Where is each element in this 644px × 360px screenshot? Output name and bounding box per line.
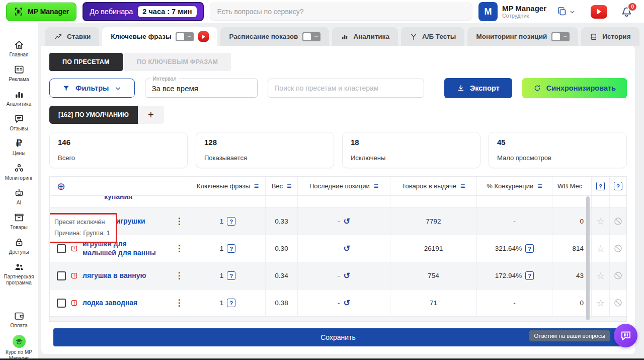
keyword-phrase-link[interactable]: лодка заводная bbox=[83, 299, 137, 308]
sidebar-item-label: Курс по MP Manager bbox=[3, 349, 36, 360]
subtab-by-keywords[interactable]: ПО КЛЮЧЕВЫМ ФРАЗАМ bbox=[124, 53, 231, 71]
sort-icon[interactable]: ≡ bbox=[254, 182, 259, 191]
preset-chip-default[interactable]: [162] ПО УМОЛЧАНИЮ bbox=[49, 106, 138, 124]
question-icon[interactable]: ? bbox=[227, 244, 235, 253]
refresh-icon[interactable]: ↺ bbox=[344, 271, 350, 280]
sort-icon[interactable]: ≡ bbox=[287, 182, 291, 191]
sidebar-item-reviews[interactable]: Отзывы bbox=[0, 110, 38, 135]
row-menu-icon[interactable]: ⋮ bbox=[174, 243, 185, 254]
question-icon[interactable]: ? bbox=[614, 182, 622, 190]
sidebar-item-home[interactable]: Главная bbox=[0, 36, 38, 61]
sidebar-item-label: Аналитика bbox=[7, 101, 32, 107]
tab-ab-tests[interactable]: А/Б Тесты bbox=[401, 27, 465, 46]
service-question-input[interactable] bbox=[210, 3, 472, 21]
refresh-icon[interactable]: ↺ bbox=[344, 244, 350, 253]
chat-button[interactable] bbox=[614, 324, 637, 347]
exclude-ban-icon[interactable] bbox=[609, 262, 626, 289]
lock-icon bbox=[14, 237, 25, 248]
interval-input[interactable] bbox=[145, 79, 257, 97]
user-block[interactable]: M MP Manager Сотрудник bbox=[478, 2, 546, 21]
sidebar-item-monitoring[interactable]: Мониторинг bbox=[0, 160, 38, 184]
tab-position-monitoring[interactable]: Мониторинг позиций bbox=[467, 27, 578, 46]
row-checkbox[interactable] bbox=[57, 271, 66, 280]
add-row-icon[interactable]: ⊕ bbox=[57, 181, 65, 191]
stat-label: Показывается bbox=[204, 154, 326, 162]
question-icon[interactable]: ? bbox=[525, 244, 534, 253]
question-icon[interactable]: ? bbox=[227, 299, 235, 307]
avatar[interactable]: M bbox=[478, 2, 498, 21]
sidebar-item-payment[interactable]: Оплата bbox=[0, 307, 38, 332]
video-help-button[interactable] bbox=[591, 5, 607, 19]
sidebar-item-course[interactable]: Курс по MP Manager bbox=[0, 332, 38, 360]
question-icon[interactable]: ? bbox=[525, 271, 534, 280]
col-header-last-positions: Последние позиции bbox=[309, 182, 370, 190]
col-header-weight: Вес bbox=[272, 182, 283, 190]
last-position-value: - bbox=[338, 245, 340, 252]
tab-video-button[interactable] bbox=[198, 31, 209, 42]
row-menu-icon[interactable]: ⋮ bbox=[174, 216, 185, 227]
sidebar-item-prices[interactable]: ₽ Цены bbox=[0, 135, 38, 160]
keyword-phrase-link[interactable]: купания bbox=[104, 196, 132, 201]
filters-label: Фильтры bbox=[75, 84, 109, 92]
phrase-count: 1 bbox=[220, 272, 224, 279]
refresh-icon[interactable]: ↺ bbox=[344, 298, 350, 308]
competition-value: - bbox=[513, 218, 516, 225]
question-icon[interactable]: ? bbox=[227, 271, 235, 280]
tab-rates[interactable]: Ставки bbox=[45, 27, 99, 46]
exclude-ban-icon[interactable] bbox=[609, 235, 626, 262]
sort-icon[interactable]: ≡ bbox=[374, 182, 378, 191]
preset-search-input[interactable] bbox=[268, 79, 424, 98]
sort-icon[interactable]: ≡ bbox=[537, 182, 542, 191]
sidebar-item-partner-program[interactable]: Партнерская программа bbox=[0, 258, 38, 289]
row-menu-icon[interactable]: ⋮ bbox=[174, 270, 185, 281]
app-logo-button[interactable]: MP Manager bbox=[6, 3, 76, 21]
keywords-toggle[interactable] bbox=[176, 32, 194, 41]
favorite-star-icon[interactable]: ☆ bbox=[591, 262, 609, 289]
position-monitoring-toggle[interactable] bbox=[551, 32, 570, 41]
exclude-ban-icon[interactable] bbox=[609, 290, 626, 316]
notifications-button[interactable]: 0 bbox=[620, 6, 633, 18]
sidebar-item-ai[interactable]: AI bbox=[0, 184, 38, 209]
row-checkbox[interactable] bbox=[57, 299, 66, 308]
reviews-icon bbox=[14, 113, 25, 124]
exclude-ban-icon[interactable] bbox=[609, 208, 626, 235]
keyword-phrase-link[interactable]: лягушка в ванную bbox=[83, 271, 146, 280]
stat-card-low-views: 45 Мало просмотров bbox=[489, 132, 627, 168]
favorite-star-icon[interactable]: ☆ bbox=[591, 235, 609, 262]
sidebar-item-products[interactable]: Товары bbox=[0, 209, 38, 234]
tab-history[interactable]: История bbox=[581, 27, 639, 46]
tab-keywords[interactable]: Ключевые фразы bbox=[102, 27, 217, 46]
ruble-icon: ₽ bbox=[16, 138, 22, 149]
favorite-star-icon[interactable]: ☆ bbox=[591, 290, 609, 316]
sidebar-item-access[interactable]: Доступы bbox=[0, 234, 38, 258]
user-name: MP Manager bbox=[502, 5, 546, 13]
play-icon bbox=[597, 9, 601, 15]
refresh-icon[interactable]: ↺ bbox=[344, 217, 350, 226]
add-preset-button[interactable]: + bbox=[138, 106, 164, 124]
export-button[interactable]: Экспорт bbox=[444, 78, 512, 98]
sidebar-item-ads[interactable]: Реклама bbox=[0, 61, 38, 86]
table-vertical-scrollbar[interactable] bbox=[586, 196, 590, 320]
sort-icon[interactable]: ≡ bbox=[460, 182, 465, 191]
sync-button[interactable]: Синхронизировать bbox=[522, 78, 627, 98]
stat-card-shown: 128 Показывается bbox=[196, 132, 334, 168]
tab-label: Расписание показов bbox=[229, 33, 298, 40]
subtab-by-presets[interactable]: ПО ПРЕСЕТАМ bbox=[49, 53, 123, 71]
row-menu-icon[interactable]: ⋮ bbox=[174, 298, 185, 308]
sidebar-item-analytics[interactable]: Аналитика bbox=[0, 86, 38, 110]
schedule-toggle[interactable] bbox=[302, 32, 320, 41]
question-icon[interactable]: ? bbox=[227, 217, 235, 226]
webinar-banner[interactable]: До вебинара 2 часа : 7 мин bbox=[83, 2, 203, 21]
row-checkbox[interactable] bbox=[57, 244, 66, 253]
tab-analytics[interactable]: Аналитика bbox=[332, 27, 397, 46]
question-icon[interactable]: ? bbox=[596, 182, 605, 190]
subtab-bar: ПО ПРЕСЕТАМ ПО КЛЮЧЕВЫМ ФРАЗАМ bbox=[49, 53, 627, 71]
table-row: лодка заводная ⋮ 1? 0.38 -↺ 71 - 0 ☆ bbox=[50, 290, 626, 317]
tab-schedule[interactable]: Расписание показов bbox=[220, 27, 329, 46]
funnel-icon bbox=[62, 85, 70, 92]
favorite-star-icon[interactable]: ☆ bbox=[591, 208, 609, 235]
filters-button[interactable]: Фильтры bbox=[49, 79, 135, 98]
stat-value: 18 bbox=[351, 138, 472, 147]
accounts-switcher[interactable] bbox=[556, 6, 576, 17]
chat-tooltip: Ответим на ваши вопросы bbox=[529, 330, 610, 341]
